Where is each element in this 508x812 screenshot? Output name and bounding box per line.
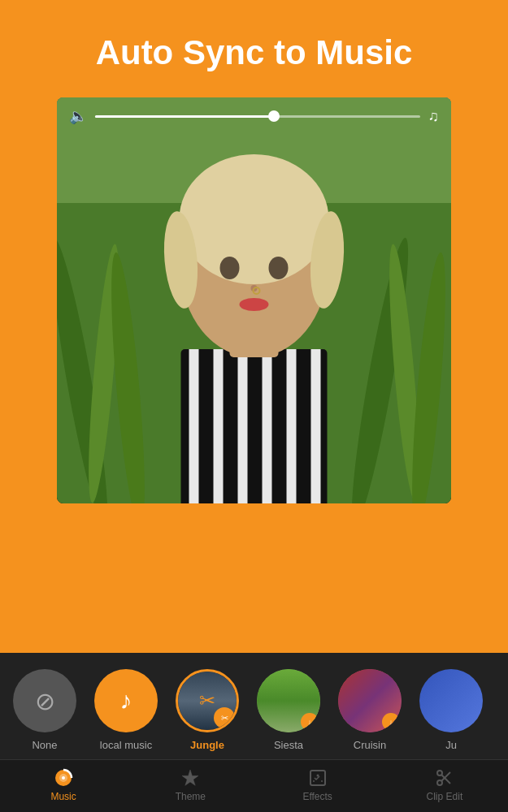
music-options-row: ⊘ None ♪ local music ✂ ✂ Jungle xyxy=(0,653,508,759)
svg-point-31 xyxy=(321,780,323,782)
jungle-badge-icon: ✂ xyxy=(221,713,228,723)
header: Auto Sync to Music xyxy=(0,0,508,97)
svg-rect-8 xyxy=(181,349,328,503)
effects-nav-icon xyxy=(308,768,328,788)
music-item-siesta[interactable]: ↓ Siesta xyxy=(252,669,325,751)
music-note-icon[interactable]: ♫ xyxy=(428,108,440,125)
music-item-ju[interactable]: Ju xyxy=(415,669,488,751)
svg-point-17 xyxy=(180,154,329,284)
music-item-ju-circle xyxy=(419,669,483,732)
svg-point-30 xyxy=(313,780,315,782)
music-item-local-label: local music xyxy=(100,739,152,751)
music-nav-icon xyxy=(54,768,73,788)
music-item-none-label: None xyxy=(32,739,57,751)
music-item-jungle-label: Jungle xyxy=(190,739,224,751)
ju-thumbnail xyxy=(419,669,483,732)
music-item-ju-label: Ju xyxy=(445,739,457,751)
nav-label-effects: Effects xyxy=(302,791,332,802)
svg-point-23 xyxy=(240,298,269,311)
jungle-scissors-icon: ✂ xyxy=(199,689,215,712)
jungle-active-badge: ✂ xyxy=(214,707,235,728)
music-item-none[interactable]: ⊘ None xyxy=(8,669,81,751)
siesta-download-badge: ↓ xyxy=(301,713,319,731)
svg-rect-12 xyxy=(263,349,272,503)
cruisin-download-icon: ↓ xyxy=(389,718,393,727)
nav-label-music: Music xyxy=(50,791,76,802)
svg-point-27 xyxy=(62,776,65,780)
page-title: Auto Sync to Music xyxy=(49,32,459,73)
progress-fill xyxy=(95,115,274,118)
nav-item-music[interactable]: Music xyxy=(0,760,127,812)
siesta-download-icon: ↓ xyxy=(308,718,312,727)
theme-nav-icon xyxy=(180,768,200,788)
music-item-jungle[interactable]: ✂ ✂ Jungle xyxy=(171,669,244,751)
svg-point-21 xyxy=(269,257,289,279)
progress-bar[interactable] xyxy=(95,115,420,118)
svg-rect-9 xyxy=(189,349,199,503)
svg-rect-11 xyxy=(238,349,248,503)
video-player: 🔈 ♫ xyxy=(57,97,451,503)
svg-point-20 xyxy=(220,257,240,279)
music-item-none-circle: ⊘ xyxy=(13,669,76,732)
video-controls: 🔈 ♫ xyxy=(57,107,451,125)
svg-point-32 xyxy=(437,771,442,775)
volume-icon[interactable]: 🔈 xyxy=(69,107,87,125)
progress-thumb xyxy=(268,110,280,122)
person-illustration xyxy=(57,97,451,503)
music-item-cruisin-label: Cruisin xyxy=(354,739,386,751)
nav-item-effects[interactable]: Effects xyxy=(254,760,381,812)
music-item-local-circle: ♪ xyxy=(94,669,158,732)
music-item-cruisin[interactable]: ↓ Cruisin xyxy=(333,669,406,751)
cruisin-download-badge: ↓ xyxy=(382,713,400,731)
nav-bar: Music Theme Effects xyxy=(0,759,508,812)
music-item-jungle-circle: ✂ ✂ xyxy=(176,669,239,732)
nav-label-clip-edit: Clip Edit xyxy=(427,791,463,802)
bottom-panel: ⊘ None ♪ local music ✂ ✂ Jungle xyxy=(0,653,508,812)
nav-item-theme[interactable]: Theme xyxy=(127,760,254,812)
music-item-siesta-circle: ↓ xyxy=(257,669,320,732)
nav-label-theme: Theme xyxy=(176,791,206,802)
music-item-local[interactable]: ♪ local music xyxy=(89,669,163,751)
music-item-siesta-label: Siesta xyxy=(274,739,303,751)
music-item-cruisin-circle: ↓ xyxy=(338,669,402,732)
nav-item-clip-edit[interactable]: Clip Edit xyxy=(381,760,508,812)
svg-rect-14 xyxy=(311,349,321,503)
clip-edit-nav-icon xyxy=(435,768,454,788)
none-icon: ⊘ xyxy=(35,687,55,715)
local-music-icon: ♪ xyxy=(120,687,132,715)
svg-point-29 xyxy=(316,775,319,777)
svg-rect-10 xyxy=(214,349,224,503)
svg-rect-13 xyxy=(287,349,297,503)
video-background xyxy=(57,97,451,503)
svg-point-33 xyxy=(437,780,442,785)
